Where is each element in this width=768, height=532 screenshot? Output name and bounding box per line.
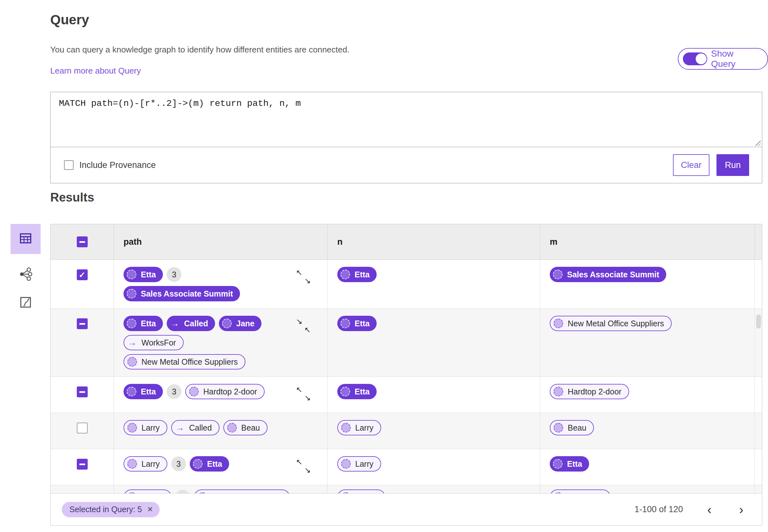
row-checkbox[interactable] [77, 386, 88, 397]
arrow-glyph: ↘ [296, 317, 302, 326]
node-pill[interactable]: Jane [219, 316, 261, 331]
node-pill[interactable]: Etta [124, 267, 163, 282]
scrollbar-thumb[interactable] [756, 314, 761, 329]
pill-label: Etta [567, 459, 582, 469]
edge-pill[interactable]: →Called [167, 316, 215, 331]
show-query-toggle[interactable]: Show Query [678, 48, 768, 70]
clear-button[interactable]: Clear [673, 154, 709, 176]
query-page: Query You can query a knowledge graph to… [0, 0, 768, 532]
path-line: Sales Associate Summit [124, 286, 240, 301]
table-view-button[interactable] [11, 224, 41, 254]
scrollbar-track[interactable] [755, 413, 762, 449]
map-view-button[interactable] [19, 296, 32, 310]
row-checkbox[interactable] [77, 459, 88, 470]
row-select-cell [51, 413, 114, 449]
node-pill[interactable]: Hardtop 2-door [550, 384, 629, 399]
selected-in-query-chip[interactable]: Selected in Query: 5 ✕ [62, 502, 160, 517]
n-cell: Larry [328, 449, 540, 485]
graph-view-button[interactable] [19, 267, 32, 282]
pill-label: Larry [141, 459, 160, 469]
node-pill[interactable]: New Metal Office Suppliers [550, 316, 672, 331]
pill-label: Etta [141, 319, 156, 328]
page-title: Query [50, 12, 89, 28]
node-pill[interactable]: Larry [337, 456, 381, 472]
edge-pill[interactable]: →Called [171, 420, 220, 435]
toggle-switch-icon[interactable] [683, 52, 707, 65]
collapse-icon[interactable]: ↘↖ [296, 318, 311, 333]
pill-label: Larry [141, 423, 160, 433]
show-query-label: Show Query [711, 49, 759, 69]
node-circle-icon [227, 423, 237, 433]
node-pill[interactable]: Etta [124, 316, 163, 331]
m-cell: Etta [540, 449, 755, 485]
right-arrow-icon: → [175, 423, 185, 433]
node-circle-icon [553, 270, 563, 279]
n-cell: Etta [328, 309, 540, 377]
scrollbar-track[interactable] [755, 260, 762, 308]
expand-icon[interactable]: ↖↘ [296, 386, 311, 401]
pill-label: Sales Associate Summit [567, 270, 659, 279]
table-footer: Selected in Query: 5 ✕ 1-100 of 120 ‹ › [51, 493, 762, 525]
table-row: Etta→CalledJane→WorksForNew Metal Office… [51, 309, 762, 377]
node-circle-icon [340, 387, 350, 396]
node-pill[interactable]: Etta [337, 267, 377, 282]
table-header: path n m [51, 224, 762, 260]
node-circle-icon [127, 459, 137, 469]
node-pill[interactable]: Etta [550, 456, 589, 472]
count-badge: 3 [167, 267, 181, 282]
node-pill[interactable]: Etta [337, 384, 377, 399]
row-select-cell [51, 377, 114, 413]
node-pill[interactable]: Etta [124, 384, 163, 399]
provenance-checkbox[interactable] [64, 160, 74, 170]
pill-label: Jane [236, 319, 254, 328]
node-pill[interactable]: New Metal Office Suppliers [124, 354, 245, 369]
n-cell: Etta [328, 377, 540, 413]
node-pill[interactable]: Etta [190, 456, 229, 472]
query-input[interactable]: MATCH path=(n)-[r*..2]->(m) return path,… [51, 92, 762, 147]
node-circle-icon [222, 319, 232, 328]
pill-label: Sales Associate Summit [141, 289, 233, 298]
edge-pill[interactable]: →WorksFor [124, 335, 184, 350]
pagination-range: 1-100 of 120 [635, 504, 683, 514]
node-pill[interactable]: Sales Associate Summit [124, 286, 240, 301]
expand-icon[interactable]: ↖↘ [296, 269, 311, 284]
scrollbar-track[interactable] [755, 377, 762, 413]
row-checkbox[interactable] [77, 269, 88, 280]
path-line: New Metal Office Suppliers [124, 354, 245, 369]
prev-page-button[interactable]: ‹ [704, 503, 715, 516]
node-circle-icon [127, 357, 137, 367]
right-arrow-icon: → [127, 338, 137, 348]
node-pill[interactable]: Larry [124, 456, 167, 472]
chip-dismiss-icon[interactable]: ✕ [147, 505, 153, 514]
next-page-button[interactable]: › [736, 503, 747, 516]
page-description: You can query a knowledge graph to ident… [50, 45, 349, 55]
node-circle-icon [554, 387, 563, 396]
row-checkbox[interactable] [77, 423, 88, 433]
learn-more-link[interactable]: Learn more about Query [50, 66, 141, 76]
node-pill[interactable]: Sales Associate Summit [550, 267, 666, 282]
pagination: 1-100 of 120 ‹ › [635, 503, 747, 516]
path-line: Etta3Hardtop 2-door [124, 384, 265, 399]
node-pill[interactable]: Beau [550, 420, 594, 435]
pill-label: Etta [355, 319, 370, 328]
select-all-checkbox[interactable] [77, 236, 88, 247]
run-button[interactable]: Run [716, 154, 749, 176]
node-pill[interactable]: Hardtop 2-door [185, 384, 265, 399]
node-circle-icon [341, 423, 351, 433]
scrollbar-track[interactable] [755, 449, 762, 485]
node-pill[interactable]: Beau [223, 420, 268, 435]
include-provenance-option[interactable]: Include Provenance [64, 160, 156, 170]
node-circle-icon [127, 423, 137, 433]
node-pill[interactable]: Etta [337, 316, 377, 331]
results-table: path n m Etta3Sales Associate Summit↖↘Et… [50, 224, 762, 526]
table-row: Larry→CalledBeauLarryBeau [51, 413, 762, 449]
row-checkbox[interactable] [77, 318, 88, 329]
arrow-glyph: ↘ [304, 276, 311, 285]
column-header-path: path [114, 237, 142, 247]
node-pill[interactable]: Larry [337, 420, 381, 435]
path-line: Etta→CalledJane [124, 316, 261, 331]
map-icon [19, 296, 32, 310]
node-pill[interactable]: Larry [124, 420, 167, 435]
expand-icon[interactable]: ↖↘ [296, 459, 311, 473]
m-cell: Beau [540, 413, 755, 449]
